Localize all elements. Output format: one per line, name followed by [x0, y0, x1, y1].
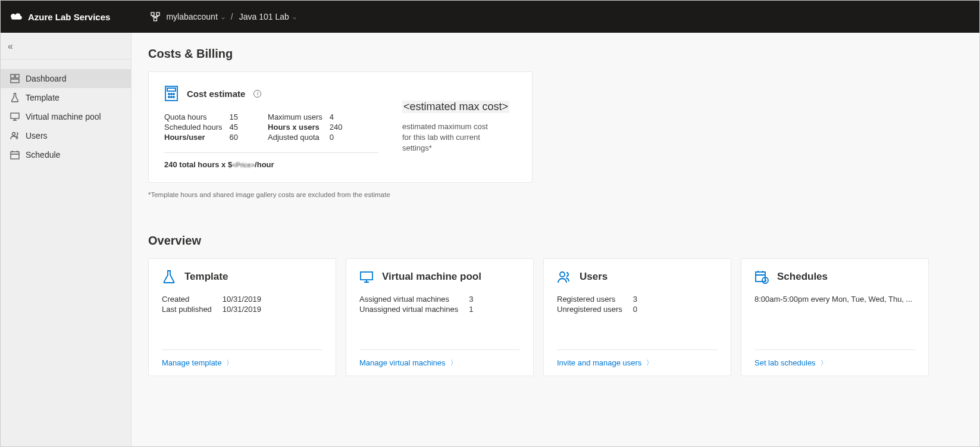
svg-point-11 [168, 93, 170, 95]
chevron-right-icon: 〉 [450, 358, 457, 367]
hours-x-users-label: Hours x users [268, 123, 323, 132]
adjusted-quota-value: 0 [330, 133, 343, 142]
svg-point-15 [171, 96, 172, 98]
hours-x-users-value: 240 [330, 123, 343, 132]
sidebar: « Dashboard Template Virtual machine poo… [1, 33, 131, 447]
chevron-right-icon: 〉 [646, 358, 653, 367]
svg-rect-5 [11, 79, 19, 83]
azure-cloud-icon [10, 12, 23, 21]
sidebar-item-schedule[interactable]: Schedule [1, 145, 131, 164]
total-hours-line: 240 total hours x $<Price>/hour [164, 160, 378, 169]
template-published-value: 10/31/2019 [223, 305, 261, 314]
template-published-label: Last published [162, 305, 212, 314]
quota-hours-label: Quota hours [164, 112, 223, 121]
svg-point-12 [171, 93, 172, 95]
flask-icon [162, 270, 176, 284]
unregistered-users-value: 0 [633, 305, 637, 314]
sidebar-item-label: Users [26, 131, 48, 140]
brand: Azure Lab Services [10, 12, 110, 22]
lab-crumb-label: Java 101 Lab [239, 12, 289, 21]
schedule-summary: 8:00am-5:00pm every Mon, Tue, Wed, Thu, … [754, 295, 915, 304]
account-crumb-label: mylabaccount [166, 12, 217, 21]
svg-rect-19 [756, 272, 765, 282]
scheduled-hours-label: Scheduled hours [164, 123, 223, 132]
estimated-max-cost: <estimated max cost> [402, 101, 509, 113]
breadcrumb-separator: / [231, 12, 233, 21]
svg-point-16 [173, 96, 174, 98]
overview-vmpool-card: Virtual machine pool Assigned virtual ma… [346, 258, 534, 376]
collapse-sidebar-button[interactable]: « [8, 41, 13, 52]
section-title-overview: Overview [148, 234, 963, 248]
flask-icon [10, 93, 20, 102]
cost-estimate-card: Cost estimate i Quota hours15 Scheduled … [148, 71, 533, 183]
lab-crumb[interactable]: Java 101 Lab ⌵ [239, 12, 296, 21]
overview-users-title: Users [580, 271, 608, 283]
sidebar-item-label: Template [26, 93, 60, 102]
unassigned-vms-value: 1 [469, 305, 473, 314]
manage-users-link[interactable]: Invite and manage users 〉 [557, 358, 653, 367]
hours-per-user-label: Hours/user [164, 133, 223, 142]
max-users-label: Maximum users [268, 112, 323, 121]
monitor-icon [359, 270, 374, 284]
calendar-icon [10, 150, 20, 160]
svg-rect-1 [156, 12, 159, 15]
overview-template-title: Template [184, 271, 228, 283]
chevron-down-icon: ⌵ [293, 14, 296, 20]
overview-schedules-card: Schedules 8:00am-5:00pm every Mon, Tue, … [741, 258, 929, 376]
svg-rect-0 [151, 12, 154, 15]
svg-rect-17 [361, 272, 372, 280]
chevron-down-icon: ⌵ [221, 14, 225, 20]
section-title-costs: Costs & Billing [148, 47, 963, 61]
main-content: Costs & Billing Cost estimate i Quota ho… [131, 33, 979, 447]
sidebar-item-label: Virtual machine pool [26, 112, 101, 121]
svg-rect-3 [11, 74, 14, 78]
svg-point-14 [168, 96, 170, 98]
top-bar: Azure Lab Services mylabaccount ⌵ / Java… [1, 1, 979, 33]
overview-template-card: Template Created10/31/2019 Last publishe… [148, 258, 336, 376]
chevron-right-icon: 〉 [821, 358, 827, 367]
max-users-value: 4 [330, 112, 343, 121]
manage-vms-link[interactable]: Manage virtual machines 〉 [359, 358, 457, 367]
overview-vmpool-title: Virtual machine pool [382, 271, 481, 283]
estimated-max-cost-desc: estimated maximum cost for this lab with… [402, 121, 497, 154]
sidebar-item-label: Dashboard [26, 74, 67, 83]
users-icon [10, 131, 20, 140]
svg-rect-4 [15, 74, 19, 78]
sidebar-item-template[interactable]: Template [1, 88, 131, 107]
sidebar-item-vmpool[interactable]: Virtual machine pool [1, 107, 131, 126]
sidebar-item-label: Schedule [26, 150, 60, 160]
overview-users-card: Users Registered users3 Unregistered use… [543, 258, 731, 376]
manage-template-link[interactable]: Manage template 〉 [162, 358, 233, 367]
sidebar-item-users[interactable]: Users [1, 126, 131, 145]
hierarchy-icon [151, 12, 160, 21]
calculator-icon [164, 85, 179, 102]
unregistered-users-label: Unregistered users [557, 305, 622, 314]
sidebar-item-dashboard[interactable]: Dashboard [1, 69, 131, 88]
monitor-icon [10, 112, 20, 121]
set-schedules-link[interactable]: Set lab schedules 〉 [754, 358, 827, 367]
hours-per-user-value: 60 [230, 133, 238, 142]
svg-rect-2 [154, 18, 157, 21]
scheduled-hours-value: 45 [230, 123, 238, 132]
assigned-vms-value: 3 [469, 295, 473, 304]
svg-point-7 [12, 133, 15, 136]
account-crumb[interactable]: mylabaccount ⌵ [166, 12, 224, 21]
brand-label: Azure Lab Services [28, 12, 110, 22]
cost-card-title: Cost estimate [187, 89, 245, 99]
adjusted-quota-label: Adjusted quota [268, 133, 323, 142]
svg-point-13 [173, 93, 174, 95]
dashboard-icon [10, 74, 20, 83]
calendar-clock-icon [754, 270, 769, 284]
registered-users-label: Registered users [557, 295, 622, 304]
overview-schedules-title: Schedules [777, 271, 828, 283]
quota-hours-value: 15 [230, 112, 238, 121]
assigned-vms-label: Assigned virtual machines [359, 295, 458, 304]
svg-rect-10 [167, 88, 176, 91]
chevron-right-icon: 〉 [226, 358, 233, 367]
breadcrumb: mylabaccount ⌵ / Java 101 Lab ⌵ [151, 12, 296, 21]
registered-users-value: 3 [633, 295, 637, 304]
svg-rect-8 [11, 152, 19, 159]
template-created-label: Created [162, 295, 212, 304]
cost-footnote: *Template hours and shared image gallery… [148, 191, 963, 198]
info-icon[interactable]: i [253, 90, 261, 98]
